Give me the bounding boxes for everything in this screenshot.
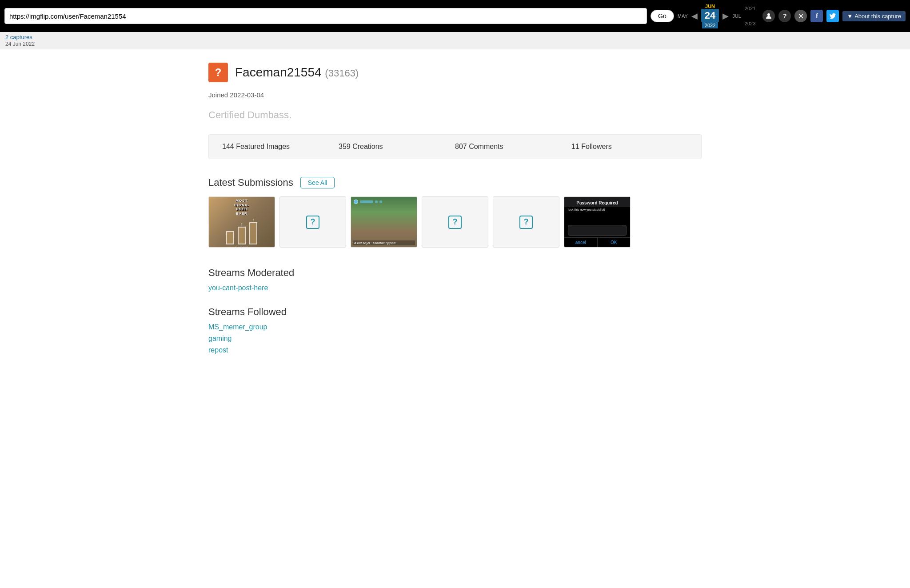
profile-score: (33163) bbox=[325, 68, 359, 79]
jun-label: JUN bbox=[705, 4, 715, 9]
facebook-icon[interactable]: f bbox=[810, 10, 823, 22]
username-text: Faceman21554 bbox=[235, 65, 322, 79]
jun-col: JUN 24 2022 bbox=[701, 4, 719, 28]
about-capture-label: About this capture bbox=[854, 13, 901, 20]
stream-followed-link-2[interactable]: repost bbox=[208, 346, 702, 354]
about-capture-btn[interactable]: ▼ About this capture bbox=[842, 11, 906, 21]
submissions-grid: MOSTIRONICUSEREVER ↑ ↑ MOST bbox=[208, 196, 702, 248]
svg-point-0 bbox=[767, 13, 770, 16]
submission-5[interactable]: ? bbox=[493, 196, 559, 248]
meme3-caption: a kid says "Titanfall ripped bbox=[353, 240, 415, 245]
meme6-preview: Password Required lock this now you stup… bbox=[564, 197, 630, 247]
close-icon[interactable]: ✕ bbox=[794, 10, 807, 22]
meme3-preview: a kid says "Titanfall ripped bbox=[351, 197, 417, 247]
year-highlight: 2022 bbox=[702, 22, 718, 28]
captures-link[interactable]: 2 captures bbox=[5, 34, 32, 40]
streams-followed-title: Streams Followed bbox=[208, 306, 702, 318]
meme6-header: Password Required bbox=[564, 197, 630, 207]
submission-2[interactable]: ? bbox=[279, 196, 346, 248]
capture-date: 24 Jun 2022 bbox=[5, 41, 35, 47]
submission-4[interactable]: ? bbox=[422, 196, 488, 248]
stat-comments: 807 Comments bbox=[455, 143, 571, 151]
meme1-bottom-text: MOST bbox=[235, 246, 248, 248]
profile-joined: Joined 2022-03-04 bbox=[208, 91, 702, 99]
twitter-icon[interactable] bbox=[826, 10, 839, 22]
submission-3[interactable]: a kid says "Titanfall ripped bbox=[351, 196, 417, 248]
calendar-section: MAY ◀ JUN 24 2022 ▶ JUL 2021 2023 bbox=[678, 4, 756, 28]
help-icon[interactable]: ? bbox=[778, 10, 791, 22]
submission-1[interactable]: MOSTIRONICUSEREVER ↑ ↑ MOST bbox=[208, 196, 275, 248]
year-2023: 2023 bbox=[745, 21, 755, 26]
streams-followed-section: Streams Followed MS_memer_group gaming r… bbox=[208, 306, 702, 354]
meme6-body: lock this now you stupid bit bbox=[564, 207, 630, 225]
submissions-header: Latest Submissions See All bbox=[208, 177, 702, 188]
placeholder-icon-2: ? bbox=[306, 216, 319, 229]
submission-6[interactable]: Password Required lock this now you stup… bbox=[564, 196, 631, 248]
stat-featured: 144 Featured Images bbox=[222, 143, 339, 151]
user-icon[interactable] bbox=[762, 10, 775, 22]
stream-followed-link-1[interactable]: gaming bbox=[208, 335, 702, 343]
day-highlight: 24 bbox=[701, 9, 719, 22]
may-label: MAY bbox=[678, 13, 688, 19]
jul-label: JUL bbox=[732, 13, 741, 19]
captures-bar: 2 captures 24 Jun 2022 bbox=[0, 32, 910, 49]
see-all-button[interactable]: See All bbox=[300, 177, 335, 188]
site-logo: ? bbox=[208, 63, 228, 82]
meme6-footer: ancel OK bbox=[564, 237, 630, 247]
streams-moderated-section: Streams Moderated you-cant-post-here bbox=[208, 267, 702, 292]
year-2021: 2021 bbox=[745, 6, 755, 11]
meme1-top-text: MOSTIRONICUSEREVER bbox=[234, 199, 249, 216]
dropdown-arrow-icon: ▼ bbox=[847, 13, 853, 20]
main-content: ? Faceman21554 (33163) Joined 2022-03-04… bbox=[200, 49, 710, 395]
submissions-title: Latest Submissions bbox=[208, 177, 293, 188]
prev-arrow[interactable]: ◀ bbox=[690, 11, 699, 21]
streams-moderated-title: Streams Moderated bbox=[208, 267, 702, 279]
logo-icon: ? bbox=[215, 66, 222, 79]
stats-bar: 144 Featured Images 359 Creations 807 Co… bbox=[208, 134, 702, 159]
url-input[interactable] bbox=[4, 8, 647, 24]
stat-followers: 11 Followers bbox=[571, 143, 688, 151]
profile-name: Faceman21554 (33163) bbox=[235, 65, 359, 80]
next-arrow[interactable]: ▶ bbox=[721, 11, 730, 21]
toolbar-icons: ? ✕ f ▼ About this capture bbox=[762, 10, 906, 22]
placeholder-icon-4: ? bbox=[448, 216, 462, 229]
stat-creations: 359 Creations bbox=[339, 143, 455, 151]
stream-moderated-link-0[interactable]: you-cant-post-here bbox=[208, 284, 702, 292]
meme6-ok: OK bbox=[597, 238, 631, 247]
wayback-toolbar: Go MAY ◀ JUN 24 2022 ▶ JUL 2021 2023 ? ✕… bbox=[0, 0, 910, 32]
go-button[interactable]: Go bbox=[651, 10, 674, 22]
meme6-cancel: ancel bbox=[564, 238, 597, 247]
profile-header: ? Faceman21554 (33163) bbox=[208, 63, 702, 82]
placeholder-icon-5: ? bbox=[519, 216, 533, 229]
meme1-preview: MOSTIRONICUSEREVER ↑ ↑ MOST bbox=[209, 197, 275, 247]
profile-bio: Certified Dumbass. bbox=[208, 109, 702, 121]
may-col: MAY bbox=[678, 13, 688, 19]
jul-col: JUL bbox=[732, 13, 741, 19]
stream-followed-link-0[interactable]: MS_memer_group bbox=[208, 323, 702, 331]
